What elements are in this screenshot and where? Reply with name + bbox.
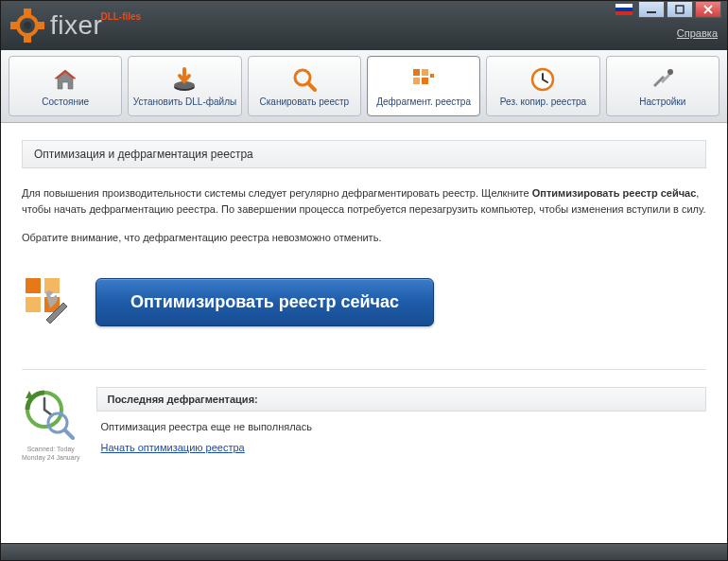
svg-rect-15: [422, 69, 428, 76]
svg-rect-23: [26, 297, 41, 312]
svg-rect-6: [615, 4, 633, 8]
tab-settings[interactable]: Настройки: [606, 56, 719, 116]
optimize-now-button[interactable]: Оптимизировать реестр сейчас: [95, 278, 434, 326]
download-icon: [171, 66, 198, 93]
svg-rect-21: [26, 278, 41, 293]
home-icon: [52, 66, 78, 93]
defrag-large-icon: [22, 274, 78, 331]
tab-backup-registry[interactable]: Рез. копир. реестра: [486, 56, 599, 116]
logo: fixer DLL-files: [9, 7, 143, 44]
tab-scan-registry[interactable]: Сканировать реестр: [248, 56, 361, 116]
tools-icon: [650, 66, 676, 93]
section-title: Оптимизация и дефрагментация реестра: [22, 140, 706, 168]
close-icon: [703, 5, 713, 14]
tab-label: Установить DLL-файлы: [133, 96, 236, 107]
svg-rect-18: [430, 74, 434, 78]
tab-label: Дефрагмент. реестра: [376, 96, 471, 107]
status-area: Scanned: Today Monday 24 January Последн…: [22, 369, 706, 462]
scan-caption-2: Monday 24 January: [22, 454, 79, 462]
window-controls: [615, 1, 721, 18]
status-bar: [1, 543, 727, 560]
main-toolbar: Состояние Установить DLL-файлы Сканирова…: [1, 50, 727, 123]
search-icon: [291, 66, 318, 93]
tab-defrag-registry[interactable]: Дефрагмент. реестра: [367, 56, 480, 116]
tab-label: Состояние: [42, 96, 89, 107]
tab-label: Рез. копир. реестра: [500, 96, 586, 107]
svg-rect-8: [615, 11, 633, 15]
svg-rect-14: [413, 69, 420, 76]
minimize-button[interactable]: [638, 1, 665, 18]
logo-icon: [9, 7, 46, 44]
action-row: Оптимизировать реестр сейчас: [22, 274, 706, 331]
status-header: Последняя дефрагментация:: [96, 387, 706, 412]
logo-prefix: DLL-files: [100, 11, 141, 22]
close-button[interactable]: [695, 1, 721, 18]
svg-point-5: [24, 22, 31, 29]
description-paragraph-2: Обратите внимание, что дефрагментацию ре…: [22, 230, 706, 246]
description-paragraph-1: Для повышения производительности системы…: [22, 185, 706, 217]
defrag-icon: [410, 66, 437, 93]
svg-point-20: [667, 69, 673, 75]
maximize-icon: [675, 5, 685, 14]
start-optimization-link[interactable]: Начать оптимизацию реестра: [96, 442, 244, 453]
status-icon-wrap: Scanned: Today Monday 24 January: [22, 387, 79, 462]
minimize-icon: [647, 5, 656, 14]
help-link[interactable]: Справка: [677, 27, 718, 39]
svg-rect-16: [413, 78, 420, 84]
scan-caption-1: Scanned: Today: [22, 446, 79, 453]
tab-state[interactable]: Состояние: [9, 56, 122, 116]
title-bar: fixer DLL-files Справка: [1, 1, 727, 50]
svg-rect-22: [44, 278, 60, 293]
app-window: fixer DLL-files Справка Состояние: [0, 0, 728, 561]
clock-icon: [529, 66, 556, 93]
language-flag-icon[interactable]: [615, 4, 633, 15]
svg-rect-10: [676, 6, 684, 13]
main-content: Оптимизация и дефрагментация реестра Для…: [1, 123, 727, 543]
logo-text: fixer: [50, 10, 102, 41]
status-text: Оптимизация реестра еще не выполнялась: [96, 421, 706, 432]
status-content: Последняя дефрагментация: Оптимизация ре…: [96, 387, 706, 455]
tab-label: Сканировать реестр: [260, 96, 350, 107]
maximize-button[interactable]: [667, 1, 693, 18]
svg-rect-17: [422, 78, 428, 84]
svg-rect-9: [647, 11, 656, 13]
svg-rect-7: [615, 8, 633, 11]
last-scan-icon: [22, 387, 75, 440]
tab-label: Настройки: [639, 96, 685, 107]
tab-install-dll[interactable]: Установить DLL-файлы: [128, 56, 241, 116]
